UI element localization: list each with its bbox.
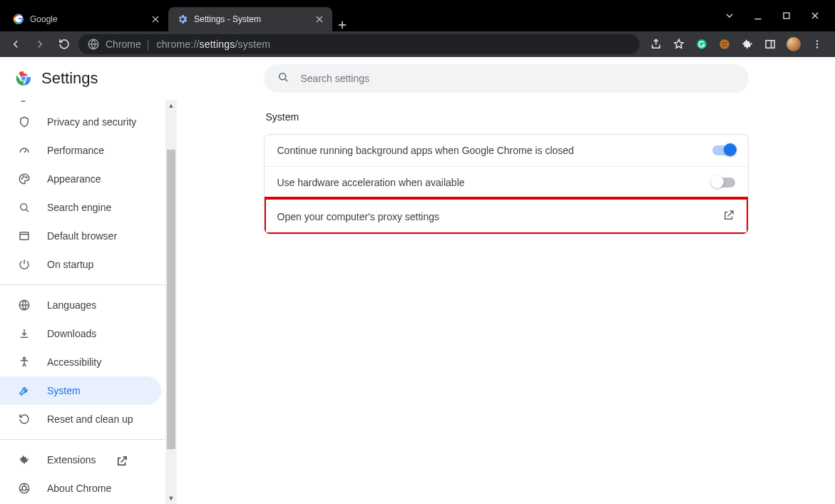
tab-title: Google (30, 14, 144, 24)
kebab-menu-icon[interactable] (811, 38, 824, 51)
sidebar-item-performance[interactable]: Performance (0, 136, 161, 165)
svg-point-17 (21, 178, 23, 180)
browser-toolbar: Chrome | chrome://settings/system (0, 31, 835, 57)
sidebar-item-label: Extensions (47, 454, 96, 466)
sidebar-divider (0, 284, 177, 285)
sidebar-item-label: About Chrome (47, 483, 111, 494)
scroll-thumb[interactable] (167, 150, 175, 449)
svg-point-16 (22, 77, 26, 81)
share-icon[interactable] (650, 38, 662, 51)
external-link-icon (116, 455, 125, 465)
bookmark-star-icon[interactable] (672, 38, 685, 51)
sidebar-item-accessibility[interactable]: Accessibility (0, 348, 161, 376)
sidebar-item-label: Languages (47, 299, 96, 311)
row-label: Open your computer's proxy settings (277, 211, 440, 222)
svg-point-6 (725, 42, 727, 43)
back-button[interactable] (6, 34, 26, 54)
gear-icon (177, 14, 188, 25)
speed-icon (17, 143, 31, 158)
chrome-icon (17, 481, 31, 495)
sidebar-item-label: On startup (47, 259, 93, 270)
search-icon (277, 71, 290, 86)
sidebar-item-truncated[interactable] (0, 100, 161, 108)
sidebar-item-label: Appearance (47, 173, 101, 185)
close-icon[interactable] (150, 14, 161, 25)
scroll-down-arrow[interactable]: ▼ (165, 493, 177, 504)
sidebar-item-search-engine[interactable]: Search engine (0, 193, 161, 222)
svg-point-7 (723, 45, 724, 46)
sidebar-item-about[interactable]: About Chrome (0, 474, 161, 503)
shield-icon (17, 115, 31, 129)
tab-strip: Google Settings - System (0, 0, 710, 31)
search-input[interactable] (301, 73, 736, 84)
tab-title: Settings - System (194, 14, 308, 24)
download-icon (17, 326, 31, 341)
row-background-apps[interactable]: Continue running background apps when Go… (265, 135, 748, 166)
search-icon (17, 200, 31, 215)
svg-point-8 (726, 45, 727, 46)
svg-point-23 (24, 357, 26, 359)
sidebar-item-default-browser[interactable]: Default browser (0, 222, 161, 250)
settings-search[interactable] (264, 64, 749, 93)
sidebar-item-label: System (47, 385, 81, 396)
profile-avatar[interactable] (787, 37, 801, 51)
svg-point-18 (24, 176, 25, 178)
svg-point-25 (22, 486, 26, 490)
svg-rect-21 (20, 232, 29, 240)
close-icon[interactable] (314, 14, 325, 25)
sidebar-item-label: Search engine (47, 202, 111, 213)
maximize-icon[interactable] (781, 10, 792, 21)
power-icon (17, 257, 31, 272)
browser-tab-google[interactable]: Google (4, 7, 168, 31)
external-link-icon (722, 209, 735, 224)
new-tab-button[interactable] (332, 19, 352, 31)
google-g-icon (13, 14, 24, 25)
grammarly-icon[interactable] (695, 38, 708, 51)
sidepanel-icon[interactable] (764, 38, 777, 51)
address-bar[interactable]: Chrome | chrome://settings/system (78, 34, 640, 54)
sidebar-scrollbar[interactable]: ▲ ▼ (165, 100, 177, 504)
browser-tab-settings[interactable]: Settings - System (168, 7, 332, 31)
svg-point-12 (816, 46, 818, 48)
sidebar-item-downloads[interactable]: Downloads (0, 319, 161, 348)
site-info-icon[interactable]: Chrome | (87, 38, 149, 51)
site-label: Chrome (106, 38, 141, 50)
row-hardware-accel[interactable]: Use hardware acceleration when available (265, 166, 748, 198)
forward-button[interactable] (30, 34, 50, 54)
wrench-icon (17, 384, 31, 398)
sidebar-item-system[interactable]: System (0, 376, 161, 405)
reload-button[interactable] (54, 34, 74, 54)
svg-point-20 (21, 204, 27, 210)
dash-icon (17, 100, 31, 108)
settings-main: System Continue running background apps … (177, 57, 835, 504)
svg-point-11 (816, 43, 818, 45)
globe-icon (17, 298, 31, 312)
row-label: Use hardware acceleration when available (277, 177, 465, 188)
cookie-icon[interactable] (718, 38, 731, 51)
sidebar-item-reset[interactable]: Reset and clean up (0, 405, 161, 433)
chrome-logo-icon (16, 71, 31, 86)
sidebar-item-label: Accessibility (47, 356, 101, 368)
sidebar-item-extensions[interactable]: Extensions (0, 446, 161, 474)
scroll-up-arrow[interactable]: ▲ (165, 100, 177, 111)
palette-icon (17, 172, 31, 186)
extensions-icon[interactable] (741, 38, 754, 51)
page-title: Settings (41, 69, 98, 88)
chevron-down-icon[interactable] (724, 10, 735, 21)
sidebar-item-on-startup[interactable]: On startup (0, 250, 161, 279)
toolbar-right-icons (644, 37, 829, 51)
svg-point-3 (697, 39, 707, 49)
sidebar-item-appearance[interactable]: Appearance (0, 165, 161, 193)
svg-rect-9 (766, 41, 774, 48)
svg-point-26 (279, 73, 285, 80)
extension-icon (17, 453, 31, 467)
svg-point-10 (816, 40, 818, 41)
sidebar-item-languages[interactable]: Languages (0, 291, 161, 319)
sidebar-item-privacy[interactable]: Privacy and security (0, 108, 161, 136)
sidebar-item-label: Privacy and security (47, 116, 136, 128)
toggle-background-apps[interactable] (712, 145, 735, 155)
row-proxy-settings[interactable]: Open your computer's proxy settings (265, 198, 748, 234)
minimize-icon[interactable] (752, 10, 764, 21)
toggle-hardware-accel[interactable] (712, 178, 735, 187)
close-window-icon[interactable] (809, 10, 821, 21)
